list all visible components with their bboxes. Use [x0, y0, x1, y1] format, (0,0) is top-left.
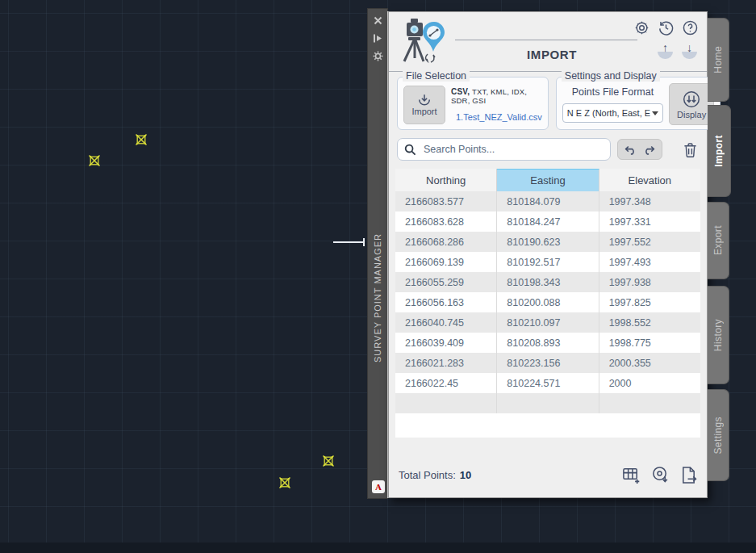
settings-display-title: Settings and Display — [562, 70, 660, 82]
table-cell[interactable] — [497, 393, 599, 413]
tab-settings[interactable]: Settings — [708, 389, 729, 481]
table-cell[interactable]: 1998.775 — [599, 333, 700, 353]
table-cell[interactable]: 2166039.409 — [395, 333, 497, 353]
table-row[interactable]: 2166040.745810210.0971998.552 — [395, 312, 700, 333]
total-points: Total Points:10 — [399, 469, 471, 481]
history-clock-icon[interactable] — [658, 19, 675, 36]
file-selection-title: File Selection — [403, 70, 470, 82]
app-logo — [397, 17, 447, 68]
table-row[interactable]: 2166022.45810224.5712000 — [395, 373, 700, 393]
panel-footer: Total Points:10 — [389, 452, 707, 497]
table-cell[interactable]: 2166056.163 — [395, 292, 497, 312]
survey-point-marker[interactable] — [322, 455, 335, 467]
table-row[interactable] — [395, 393, 700, 413]
table-cell[interactable]: 1998.552 — [599, 312, 700, 333]
table-cell[interactable]: 1997.552 — [599, 232, 700, 252]
palette-titlebar[interactable]: SURVEY POINT MANAGER A — [367, 8, 388, 499]
survey-point-marker[interactable] — [88, 154, 101, 167]
supported-formats: CSV, TXT, KML, IDX, SDR, GSI — [451, 87, 542, 105]
points-table: NorthingEastingElevation 2166083.5778101… — [395, 169, 700, 438]
table-cell[interactable]: 2166083.628 — [395, 212, 497, 232]
undo-redo-group — [617, 139, 662, 160]
palette-title: SURVEY POINT MANAGER — [368, 120, 387, 475]
table-row[interactable]: 2166083.628810184.2471997.331 — [395, 212, 700, 232]
table-cell[interactable]: 810200.088 — [497, 292, 599, 312]
column-header-easting[interactable]: Easting — [497, 169, 599, 191]
help-icon[interactable] — [682, 19, 699, 36]
table-cell[interactable]: 2166040.745 — [395, 312, 497, 333]
import-file-button[interactable]: Import — [403, 86, 445, 124]
file-selection-group: File Selection Import CSV, TXT, KML, IDX… — [397, 77, 549, 130]
locate-point-icon[interactable] — [651, 466, 670, 484]
table-row[interactable]: 2166083.577810184.0791997.348 — [395, 191, 700, 212]
table-row[interactable]: 2166069.139810192.5171997.493 — [395, 252, 700, 272]
table-cell[interactable]: 2166055.259 — [395, 272, 497, 292]
search-icon — [404, 144, 416, 156]
points-format-dropdown[interactable]: N E Z (North, East, E — [562, 103, 663, 123]
column-header-northing[interactable]: Northing — [395, 169, 497, 191]
undo-icon[interactable] — [624, 145, 637, 155]
tab-export[interactable]: Export — [708, 202, 729, 279]
points-file-format-label: Points File Format — [562, 86, 663, 98]
search-points-input[interactable] — [422, 143, 604, 156]
properties-gear-icon[interactable] — [371, 49, 384, 62]
table-cell[interactable]: 1997.348 — [599, 191, 700, 212]
survey-point-marker[interactable] — [278, 476, 291, 489]
tab-history[interactable]: History — [708, 286, 729, 384]
table-cell[interactable]: 1997.493 — [599, 252, 700, 272]
table-cell[interactable]: 1997.825 — [599, 292, 700, 312]
table-cell[interactable]: 810184.079 — [497, 191, 599, 212]
table-cell[interactable]: 810190.623 — [497, 232, 599, 252]
tab-home[interactable]: Home — [708, 18, 729, 102]
settings-display-group: Settings and Display Points File Format … — [556, 77, 720, 130]
table-row[interactable]: 2166068.286810190.6231997.552 — [395, 232, 700, 252]
survey-point-marker[interactable] — [135, 133, 148, 146]
crosshair-pickbox — [363, 238, 365, 246]
table-cell[interactable]: 2166022.45 — [395, 373, 497, 393]
autocad-logo: A — [372, 480, 385, 493]
table-cell[interactable]: 2000 — [599, 373, 700, 393]
panel-header: IMPORT ↑ ↓ — [389, 12, 707, 72]
add-table-row-icon[interactable] — [622, 466, 641, 484]
table-row[interactable]: 2166039.409810208.8931998.775 — [395, 333, 700, 353]
table-cell[interactable]: 2166021.283 — [395, 353, 497, 373]
table-cell[interactable] — [599, 393, 700, 413]
redo-icon[interactable] — [643, 145, 656, 155]
table-row[interactable]: 2166021.283810223.1562000.355 — [395, 353, 700, 373]
table-cell[interactable]: 1997.331 — [599, 212, 700, 232]
statusbar-edge — [0, 543, 756, 553]
table-cell[interactable]: 810198.343 — [497, 272, 599, 292]
tab-import[interactable]: Import — [708, 105, 731, 197]
loaded-file-link[interactable]: 1.Test_NEZ_Valid.csv — [451, 112, 542, 122]
close-icon[interactable] — [371, 14, 384, 27]
download-icon[interactable]: ↓ — [682, 44, 697, 59]
search-box[interactable] — [397, 138, 611, 161]
upload-icon[interactable]: ↑ — [658, 44, 673, 59]
table-row[interactable]: 2166055.259810198.3431997.938 — [395, 272, 700, 292]
table-cell[interactable]: 810224.571 — [497, 373, 599, 393]
table-cell[interactable]: 2000.355 — [599, 353, 700, 373]
chevron-down-icon — [652, 111, 658, 115]
table-cell[interactable]: 810192.517 — [497, 252, 599, 272]
crosshair-cursor — [333, 241, 365, 243]
table-row[interactable]: 2166056.163810200.0881997.825 — [395, 292, 700, 312]
survey-point-manager-panel: IMPORT ↑ ↓ File Selection Import CSV, TX… — [388, 11, 708, 498]
table-cell[interactable]: 810208.893 — [497, 333, 599, 353]
table-cell[interactable]: 2166068.286 — [395, 232, 497, 252]
autohide-pin-icon[interactable] — [371, 31, 384, 44]
table-cell[interactable]: 2166069.139 — [395, 252, 497, 272]
table-filler — [395, 413, 700, 438]
table-cell[interactable]: 2166083.577 — [395, 191, 497, 212]
export-file-icon[interactable] — [680, 466, 697, 484]
table-cell[interactable]: 810223.156 — [497, 353, 599, 373]
column-header-elevation[interactable]: Elevation — [599, 169, 700, 191]
delete-points-icon[interactable] — [683, 142, 697, 157]
table-cell[interactable]: 810184.247 — [497, 212, 599, 232]
table-cell[interactable]: 810210.097 — [497, 312, 599, 333]
table-cell[interactable] — [395, 393, 497, 413]
table-cell[interactable]: 1997.938 — [599, 272, 700, 292]
settings-gear-icon[interactable] — [633, 19, 650, 36]
